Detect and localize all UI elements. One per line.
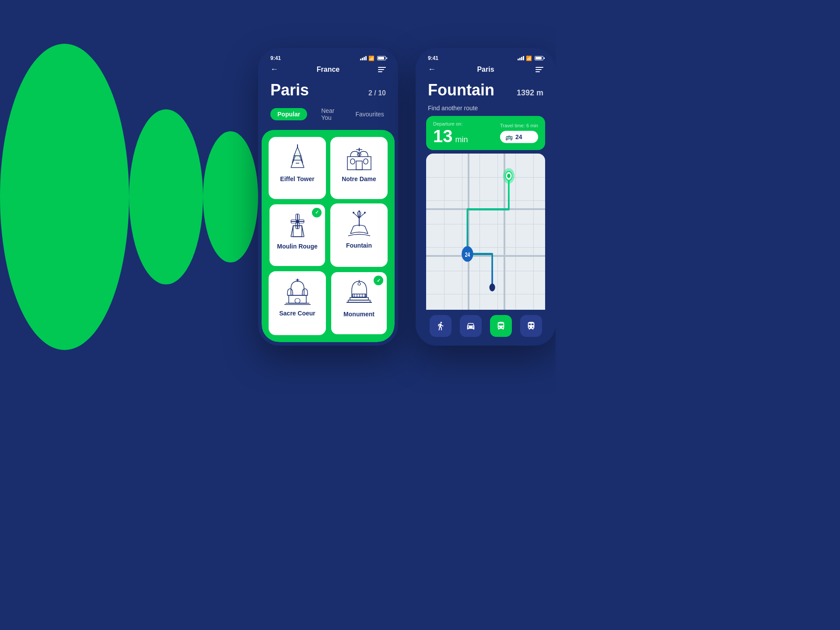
moulin-rouge-icon [280,210,315,240]
nav-bar-2: ← Paris [419,63,552,77]
svg-text:24: 24 [465,251,470,258]
svg-rect-37 [295,298,300,303]
svg-rect-13 [356,161,362,170]
page-counter-1: 2 / 10 [368,89,386,97]
phone-1-screen: 9:41 📶 ← France [262,52,395,342]
tab-near-you[interactable]: Near You [314,105,341,124]
route-title: Fountain [428,81,494,99]
signal-icon [360,56,367,60]
travel-label: Travel time: 6 min [500,123,538,128]
card-notre-dame[interactable]: Notre Dame [330,137,388,199]
bg-blob-green-bottom [0,44,129,350]
filter-button-2[interactable] [536,67,543,72]
check-monument: ✓ [374,276,383,285]
eiffel-tower-icon [280,142,315,173]
svg-line-29 [365,226,368,234]
svg-rect-12 [364,159,368,164]
map-area[interactable]: 24 [426,154,545,310]
sacre-coeur-icon [280,276,315,307]
svg-point-26 [296,220,299,223]
nav-bar-1: ← France [262,63,395,77]
page-title-1: Paris [270,81,309,99]
card-label-notre-dame: Notre Dame [342,175,376,182]
svg-rect-46 [350,298,368,300]
status-icons-1: 📶 [360,56,386,61]
card-label-moulin: Moulin Rouge [277,243,318,250]
bus-number: 24 [515,133,522,140]
route-distance: 1392 m [517,88,543,98]
svg-point-31 [353,212,354,214]
check-moulin: ✓ [312,208,322,217]
departure-time: 13 [433,127,453,145]
departure-info: Departure on: 13 min [433,121,500,145]
status-icons-2: 📶 [518,56,543,61]
page-header-1: Paris 2 / 10 [262,77,395,105]
battery-icon-2 [535,56,543,60]
card-fountain[interactable]: Fountain [330,203,388,267]
status-bar-2: 9:41 📶 [419,52,552,63]
bus-badge: 🚌 24 [500,131,538,143]
status-bar-1: 9:41 📶 [262,52,395,63]
phone-1: 9:41 📶 ← France [258,48,398,346]
card-label-fountain: Fountain [346,242,372,249]
card-monument[interactable]: ✓ [330,271,388,335]
bus-icon-sm: 🚌 [505,133,513,140]
tram-btn[interactable] [520,315,542,337]
tab-favourites[interactable]: Favourites [348,108,391,120]
svg-rect-34 [289,295,306,303]
bg-blob-green-top [129,109,203,284]
departure-card: Departure on: 13 min Travel time: 6 min … [426,116,545,150]
svg-point-33 [358,210,360,212]
departure-label: Departure on: [433,121,500,126]
monument-icon [342,277,377,308]
battery-icon [377,56,386,60]
wifi-icon: 📶 [368,56,374,61]
route-path-svg: 24 [426,154,545,310]
find-route-text[interactable]: Find another route [419,105,552,116]
card-moulin-rouge[interactable]: ✓ [269,203,326,267]
nav-title-1: France [317,66,340,74]
svg-point-56 [490,284,495,291]
back-button-2[interactable]: ← [428,65,436,74]
transport-bar [419,310,552,342]
notre-dame-icon [342,142,377,173]
svg-point-49 [358,283,360,285]
time-2: 9:41 [428,55,438,61]
svg-line-6 [300,156,304,168]
route-header: Fountain 1392 m [419,77,552,105]
card-label-eiffel: Eiffel Tower [280,175,314,182]
attractions-grid: Eiffel Tower [262,130,395,342]
phone-2: 9:41 📶 ← Paris [416,48,556,346]
filter-tabs: Popular Near You Favourites [262,105,395,130]
departure-unit: min [455,135,468,144]
card-sacre-coeur[interactable]: Sacre Coeur [269,271,326,335]
fountain-icon [342,209,377,239]
card-label-monument: Monument [343,311,374,318]
bus-btn[interactable] [490,315,512,337]
svg-point-32 [364,212,366,214]
nav-title-2: Paris [477,66,494,74]
svg-point-53 [507,174,511,178]
walk-btn[interactable] [430,315,452,337]
card-eiffel-tower[interactable]: Eiffel Tower [269,137,326,199]
tab-popular[interactable]: Popular [270,108,307,120]
phones-container: 9:41 📶 ← France [258,48,556,346]
phone-2-screen: 9:41 📶 ← Paris [419,52,552,342]
wifi-icon-2: 📶 [526,56,532,61]
svg-line-28 [350,226,354,234]
card-label-sacre-coeur: Sacre Coeur [279,310,315,317]
signal-icon-2 [518,56,524,60]
car-btn[interactable] [460,315,482,337]
time-1: 9:41 [270,55,281,61]
bg-blob-green-right [203,131,258,262]
filter-button-1[interactable] [378,67,386,72]
travel-info: Travel time: 6 min 🚌 24 [500,123,538,143]
back-button-1[interactable]: ← [270,65,278,74]
svg-line-5 [291,156,295,168]
svg-rect-11 [350,159,355,164]
